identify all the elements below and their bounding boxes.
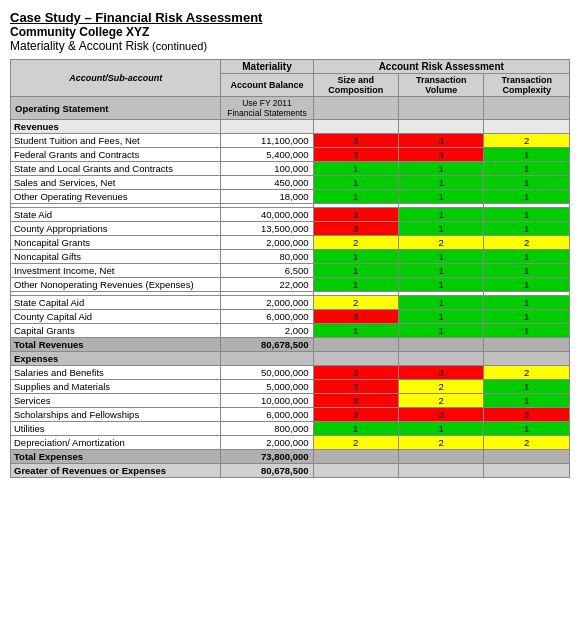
row-risk-cell: 1 (313, 324, 398, 338)
row-risk-cell: 3 (313, 310, 398, 324)
row-risk-cell: 1 (484, 190, 570, 204)
operating-statement-row: Operating Statement Use FY 2011 Financia… (11, 97, 570, 120)
row-account-name: Capital Grants (11, 324, 221, 338)
row-account-name: Services (11, 394, 221, 408)
greater-balance: 80,678,500 (221, 464, 313, 478)
row-risk-cell: 3 (313, 366, 398, 380)
row-balance: 6,000,000 (221, 408, 313, 422)
row-account-name: Supplies and Materials (11, 380, 221, 394)
row-risk-cell: 1 (313, 422, 398, 436)
table-row: Federal Grants and Contracts5,400,000331 (11, 148, 570, 162)
row-risk-cell: 1 (484, 148, 570, 162)
row-risk-cell: 2 (398, 380, 483, 394)
row-risk-cell: 1 (313, 250, 398, 264)
row-balance: 2,000,000 (221, 296, 313, 310)
row-risk-cell: 2 (398, 436, 483, 450)
table-row: Noncapital Grants2,000,000222 (11, 236, 570, 250)
row-risk-cell: 1 (484, 380, 570, 394)
row-risk-cell: 2 (484, 366, 570, 380)
row-account-name: Sales and Services, Net (11, 176, 221, 190)
fy-note: Use FY 2011 Financial Statements (221, 97, 313, 120)
table-row: Scholarships and Fellowships6,000,000333 (11, 408, 570, 422)
row-risk-cell: 2 (398, 236, 483, 250)
row-risk-cell: 1 (398, 310, 483, 324)
col-header-complexity: Transaction Complexity (484, 74, 570, 97)
row-risk-cell: 1 (484, 264, 570, 278)
row-risk-cell: 1 (398, 422, 483, 436)
row-risk-cell: 1 (398, 208, 483, 222)
row-risk-cell: 3 (313, 148, 398, 162)
row-account-name: Noncapital Gifts (11, 250, 221, 264)
row-risk-cell: 1 (484, 296, 570, 310)
row-risk-cell: 1 (484, 222, 570, 236)
row-risk-cell: 1 (398, 278, 483, 292)
table-row: Services10,000,000321 (11, 394, 570, 408)
row-risk-cell: 1 (313, 162, 398, 176)
table-row: Supplies and Materials5,000,000321 (11, 380, 570, 394)
greater-label: Greater of Revenues or Expenses (11, 464, 221, 478)
row-risk-cell: 1 (313, 190, 398, 204)
row-balance: 100,000 (221, 162, 313, 176)
row-account-name: Utilities (11, 422, 221, 436)
row-account-name: Student Tuition and Fees, Net (11, 134, 221, 148)
table-row: Capital Grants2,000111 (11, 324, 570, 338)
row-balance: 11,100,000 (221, 134, 313, 148)
row-risk-cell: 2 (398, 394, 483, 408)
row-account-name: Salaries and Benefits (11, 366, 221, 380)
row-risk-cell: 3 (313, 134, 398, 148)
row-balance: 2,000 (221, 324, 313, 338)
page-title-line3: Materiality & Account Risk (continued) (10, 39, 570, 53)
row-risk-cell: 3 (313, 394, 398, 408)
row-risk-cell: 3 (398, 134, 483, 148)
table-row: Utilities800,000111 (11, 422, 570, 436)
col-header-materiality: Materiality (221, 60, 313, 74)
row-risk-cell: 1 (398, 250, 483, 264)
page-title-line2: Community College XYZ (10, 25, 570, 39)
row-risk-cell: 1 (398, 324, 483, 338)
page-title-line1: Case Study – Financial Risk Assessment (10, 10, 570, 25)
revenues-label: Revenues (11, 120, 221, 134)
col-header-balance: Account Balance (221, 74, 313, 97)
row-risk-cell: 1 (313, 278, 398, 292)
total-expenses-row: Total Expenses 73,800,000 (11, 450, 570, 464)
row-risk-cell: 1 (484, 278, 570, 292)
row-risk-cell: 1 (484, 310, 570, 324)
row-balance: 2,000,000 (221, 436, 313, 450)
table-row: Sales and Services, Net450,000111 (11, 176, 570, 190)
row-balance: 2,000,000 (221, 236, 313, 250)
col-header-volume: Transaction Volume (398, 74, 483, 97)
row-risk-cell: 1 (484, 324, 570, 338)
row-account-name: County Appropriations (11, 222, 221, 236)
operating-label: Operating Statement (11, 97, 221, 120)
row-risk-cell: 1 (484, 208, 570, 222)
row-account-name: County Capital Aid (11, 310, 221, 324)
table-row: Noncapital Gifts80,000111 (11, 250, 570, 264)
row-account-name: Other Nonoperating Revenues (Expenses) (11, 278, 221, 292)
row-balance: 22,000 (221, 278, 313, 292)
row-balance: 6,500 (221, 264, 313, 278)
col-header-composition: Size and Composition (313, 74, 398, 97)
table-row: State and Local Grants and Contracts100,… (11, 162, 570, 176)
row-balance: 450,000 (221, 176, 313, 190)
greater-row: Greater of Revenues or Expenses 80,678,5… (11, 464, 570, 478)
row-risk-cell: 1 (313, 264, 398, 278)
row-balance: 13,500,000 (221, 222, 313, 236)
table-row: County Appropriations13,500,000311 (11, 222, 570, 236)
revenues-header-row: Revenues (11, 120, 570, 134)
row-risk-cell: 1 (398, 222, 483, 236)
row-risk-cell: 3 (313, 208, 398, 222)
row-risk-cell: 1 (484, 176, 570, 190)
row-risk-cell: 2 (484, 236, 570, 250)
row-risk-cell: 1 (484, 422, 570, 436)
col-header-account: Account/Sub-account (11, 60, 221, 97)
row-account-name: Depreciation/ Amortization (11, 436, 221, 450)
table-row: Salaries and Benefits50,000,000332 (11, 366, 570, 380)
table-row: Student Tuition and Fees, Net11,100,0003… (11, 134, 570, 148)
table-row: State Aid40,000,000311 (11, 208, 570, 222)
total-revenues-label: Total Revenues (11, 338, 221, 352)
row-risk-cell: 1 (313, 176, 398, 190)
col-header-risk: Account Risk Assessment (313, 60, 570, 74)
row-balance: 5,000,000 (221, 380, 313, 394)
row-balance: 6,000,000 (221, 310, 313, 324)
row-account-name: Federal Grants and Contracts (11, 148, 221, 162)
